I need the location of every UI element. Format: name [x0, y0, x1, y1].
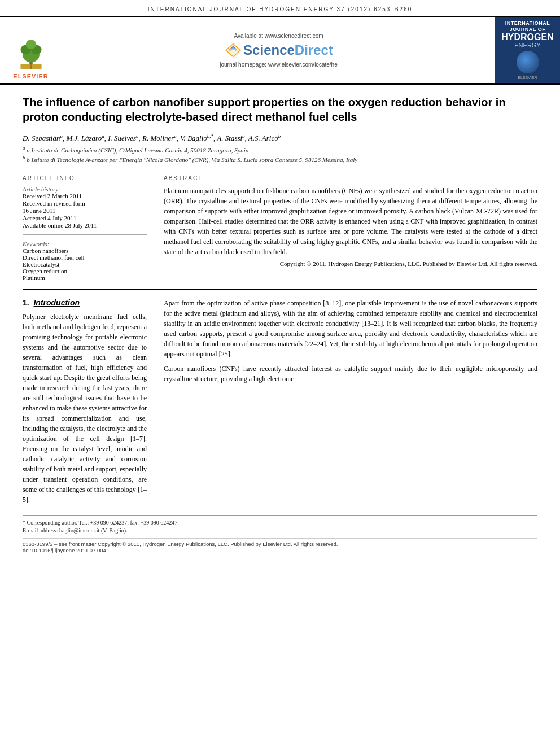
intro-left-paragraph: Polymer electrolyte membrane fuel cells,…: [23, 312, 147, 505]
hj-energy-text: ENERGY: [514, 42, 540, 49]
svg-rect-6: [30, 64, 32, 69]
intro-right-para1: Apart from the optimization of active ph…: [164, 298, 537, 359]
keyword-4: Oxygen reduction: [23, 268, 147, 274]
sd-science: Science: [243, 42, 295, 58]
revised-date: 16 June 2011: [23, 207, 147, 214]
keyword-1: Carbon nanofibers: [23, 247, 147, 254]
abstract-text: Platinum nanoparticles supported on fish…: [164, 186, 537, 257]
journal-title: INTERNATIONAL JOURNAL OF HYDROGEN ENERGY…: [148, 6, 412, 12]
bottom-copyright-text: 0360-3199/$ – see front matter Copyright…: [23, 541, 537, 547]
hj-elsevier-small: ELSEVIER: [518, 76, 537, 80]
affiliation-a-text: a Instituto de Carboquímica (CSIC), C/Mi…: [27, 147, 248, 154]
footnote-section: * Corresponding author. Tel.: +39 090 62…: [23, 515, 537, 535]
svg-marker-7: [225, 42, 242, 58]
sd-direct: Direct: [295, 42, 333, 58]
intro-right-para2: Carbon nanofibers (CNFs) have recently a…: [164, 364, 537, 384]
doi-text: doi:10.1016/j.ijhydene.2011.07.004: [23, 547, 537, 553]
article-info-col: ARTICLE INFO Article history: Received 2…: [23, 175, 147, 281]
keywords-section: Keywords: Carbon nanofibers Direct metha…: [23, 241, 147, 281]
hj-cover-image: [517, 51, 539, 73]
section-name: Introduction: [33, 298, 80, 307]
divider-keywords: [23, 234, 147, 235]
affiliation-a: a a Instituto de Carboquímica (CSIC), C/…: [23, 145, 537, 154]
available-text: Available at www.sciencedirect.com: [234, 33, 323, 39]
hj-international: International Journal of: [498, 20, 557, 33]
intro-left-col: 1. Introduction Polymer electrolyte memb…: [23, 298, 147, 509]
revised-label: Received in revised form: [23, 200, 147, 207]
elsevier-tree-icon: [14, 35, 48, 72]
affiliation-b-text: b Istituto di Tecnologie Avanzate per l'…: [27, 156, 357, 163]
history-label: Article history:: [23, 186, 147, 193]
abstract-label: ABSTRACT: [164, 175, 537, 181]
authors-line: D. Sebastiána, M.J. Lázaroa, I. Suelvesa…: [23, 133, 537, 143]
abstract-col: ABSTRACT Platinum nanoparticles supporte…: [164, 175, 537, 281]
intro-title: 1. Introduction: [23, 298, 147, 307]
keyword-3: Electrocatalyst: [23, 261, 147, 268]
top-banner: ELSEVIER Available at www.sciencedirect.…: [0, 17, 560, 85]
corresponding-author: * Corresponding author. Tel.: +39 090 62…: [23, 519, 537, 527]
available-online: Available online 28 July 2011: [23, 222, 147, 229]
elsevier-logo-block: ELSEVIER: [0, 17, 62, 83]
sciencedirect-icon: [224, 41, 242, 59]
journal-homepage: journal homepage: www.elsevier.com/locat…: [220, 62, 337, 68]
intro-right-col: Apart from the optimization of active ph…: [164, 298, 537, 509]
keyword-5: Platinum: [23, 274, 147, 281]
email-address: E-mail address: baglio@itae.cnr.it (V. B…: [23, 527, 537, 535]
sciencedirect-center: Available at www.sciencedirect.com Scien…: [62, 17, 495, 83]
article-info-abstract-section: ARTICLE INFO Article history: Received 2…: [23, 175, 537, 281]
svg-point-4: [25, 40, 36, 49]
paper-title: The influence of carbon nanofiber suppor…: [23, 95, 537, 124]
introduction-section: 1. Introduction Polymer electrolyte memb…: [23, 298, 537, 509]
section-divider: [23, 289, 537, 290]
elsevier-label: ELSEVIER: [13, 73, 48, 80]
journal-header: INTERNATIONAL JOURNAL OF HYDROGEN ENERGY…: [0, 0, 560, 17]
keyword-2: Direct methanol fuel cell: [23, 254, 147, 261]
accepted-date: Accepted 4 July 2011: [23, 215, 147, 221]
sd-brand: ScienceDirect: [243, 42, 333, 58]
section-num: 1.: [23, 298, 29, 307]
sciencedirect-logo: ScienceDirect: [224, 41, 333, 59]
bottom-copyright: 0360-3199/$ – see front matter Copyright…: [23, 538, 537, 553]
hydrogen-journal-cover: International Journal of HYDROGEN ENERGY…: [495, 17, 560, 83]
article-body: The influence of carbon nanofiber suppor…: [0, 85, 560, 565]
affiliation-b: b b Istituto di Tecnologie Avanzate per …: [23, 155, 537, 163]
received-date: Received 2 March 2011: [23, 193, 147, 199]
hj-hydrogen-text: HYDROGEN: [501, 33, 553, 42]
article-info-label: ARTICLE INFO: [23, 175, 147, 181]
abstract-copyright: Copyright © 2011, Hydrogen Energy Public…: [164, 260, 537, 267]
keywords-label: Keywords:: [23, 241, 147, 247]
divider-after-affiliations: [23, 169, 537, 169]
